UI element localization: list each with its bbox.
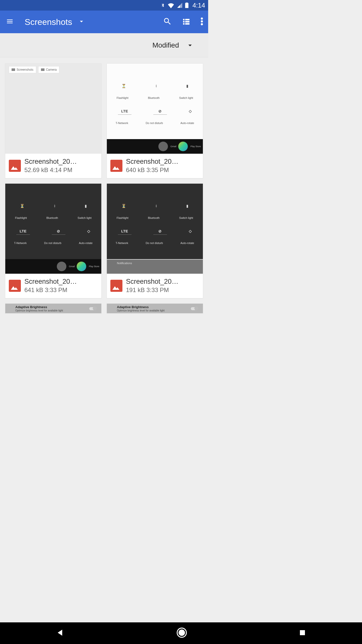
more-vert-icon: [201, 17, 203, 26]
sort-bar[interactable]: Modified: [0, 33, 208, 57]
chevron-down-icon: [78, 18, 85, 25]
svg-point-1: [201, 20, 203, 23]
card-footer: Screenshot_20… 191 kB 3:33 PM: [107, 274, 203, 298]
file-name: Screenshot_20…: [24, 278, 98, 286]
sort-label: Modified: [152, 41, 179, 49]
file-name: Screenshot_20…: [126, 278, 199, 286]
file-meta: 640 kB 3:35 PM: [126, 167, 199, 174]
list-view-icon: [182, 17, 191, 26]
thumbnail: Adaptive Brightness Optimize brightness …: [107, 304, 203, 313]
thumbnail: Screenshots Camera: [5, 64, 101, 154]
file-meta: 52.69 kB 4:14 PM: [24, 167, 98, 174]
chevron-down-icon: [186, 41, 194, 49]
overflow-button[interactable]: [201, 17, 203, 27]
card-footer: Screenshot_20… 640 kB 3:35 PM: [107, 154, 203, 178]
hamburger-icon: [5, 18, 15, 25]
svg-point-2: [201, 23, 203, 25]
file-card[interactable]: Adaptive Brightness Optimize brightness …: [107, 303, 203, 313]
thumbnail: ⏳ᚼ▮ FlashlightBluetoothSwitch light LTE⊘…: [5, 184, 101, 274]
svg-point-0: [201, 17, 203, 20]
status-bar: 4:14: [0, 0, 208, 11]
file-name: Screenshot_20…: [24, 158, 98, 166]
file-card[interactable]: ⏳ᚼ▮ FlashlightBluetoothSwitch light LTE⊘…: [5, 183, 102, 298]
bluetooth-icon: [161, 2, 165, 9]
title-dropdown[interactable]: [78, 18, 85, 26]
file-card[interactable]: ⏳ᚼ▮ FlashlightBluetoothSwitch light LTE⊘…: [107, 63, 203, 178]
image-icon: [110, 160, 122, 172]
menu-button[interactable]: [5, 18, 15, 26]
status-time: 4:14: [192, 2, 205, 9]
search-icon: [163, 17, 172, 26]
file-grid: Screenshots Camera Screenshot_20… 52.69 …: [0, 57, 208, 313]
thumbnail: ⏳ᚼ▮ FlashlightBluetoothSwitch light LTE⊘…: [107, 184, 203, 274]
image-icon: [9, 160, 21, 172]
wifi-icon: [167, 2, 175, 8]
card-footer: Screenshot_20… 52.69 kB 4:14 PM: [5, 154, 101, 178]
image-icon: [110, 280, 122, 292]
file-card[interactable]: Screenshots Camera Screenshot_20… 52.69 …: [5, 63, 102, 178]
thumbnail: ⏳ᚼ▮ FlashlightBluetoothSwitch light LTE⊘…: [107, 64, 203, 154]
view-list-button[interactable]: [182, 17, 191, 27]
thumbnail: Adaptive Brightness Optimize brightness …: [5, 304, 101, 313]
search-button[interactable]: [163, 17, 172, 27]
file-card[interactable]: ⏳ᚼ▮ FlashlightBluetoothSwitch light LTE⊘…: [107, 183, 203, 298]
file-meta: 191 kB 3:33 PM: [126, 287, 199, 294]
battery-icon: [185, 2, 189, 9]
app-bar: Screenshots: [0, 11, 208, 33]
cell-signal-icon: [177, 2, 183, 8]
file-card[interactable]: Adaptive Brightness Optimize brightness …: [5, 303, 102, 313]
file-name: Screenshot_20…: [126, 158, 199, 166]
file-meta: 641 kB 3:33 PM: [24, 287, 98, 294]
page-title[interactable]: Screenshots: [25, 17, 72, 27]
image-icon: [9, 280, 21, 292]
card-footer: Screenshot_20… 641 kB 3:33 PM: [5, 274, 101, 298]
